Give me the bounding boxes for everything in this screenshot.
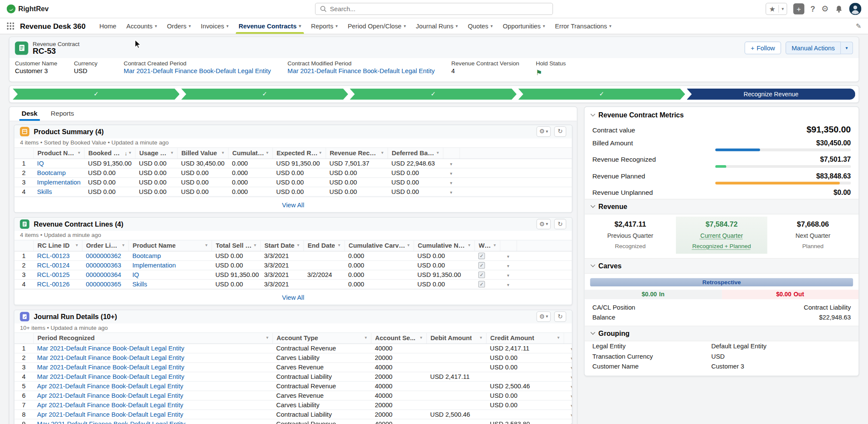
- chevron-down-icon[interactable]: ▾: [455, 24, 458, 29]
- column-header[interactable]: Total Sell Price▾: [211, 240, 260, 251]
- column-header[interactable]: Revenue Recognized▾: [326, 147, 388, 159]
- period-recognized-link[interactable]: Mar 2021-Default Finance Book-Default Le…: [37, 345, 184, 352]
- rc-line-id-link[interactable]: RCL-00123: [37, 252, 70, 259]
- path-step-current[interactable]: Recognize Revenue: [687, 89, 855, 100]
- app-launcher-waffle-icon[interactable]: [6, 22, 14, 30]
- period-recognized-link[interactable]: Mar 2021-Default Finance Book-Default Le…: [37, 354, 184, 361]
- collapse-chevron-icon[interactable]: [590, 203, 595, 208]
- collapse-chevron-icon[interactable]: [590, 263, 595, 267]
- row-actions-button[interactable]: ▾: [571, 413, 572, 418]
- column-header[interactable]: Billed Value▾: [177, 147, 228, 159]
- row-actions-button[interactable]: ▾: [571, 384, 572, 390]
- star-icon[interactable]: ★: [769, 5, 776, 13]
- column-header[interactable]: Start Date▾: [260, 240, 303, 251]
- column-header[interactable]: RC Line ID▾: [33, 240, 82, 251]
- row-actions-button[interactable]: ▾: [571, 366, 572, 371]
- column-header[interactable]: Usage Bo...▾: [135, 147, 177, 159]
- column-header[interactable]: Period Recognized▾: [33, 333, 272, 344]
- path-step-complete[interactable]: ✓: [350, 89, 517, 100]
- metrics-section-header[interactable]: Revenue Contract Metrics: [584, 107, 859, 123]
- column-header[interactable]: Product Name▾: [128, 240, 211, 251]
- rc-line-id-link[interactable]: RCL-00125: [37, 271, 70, 278]
- grouping-section-header[interactable]: Grouping: [584, 326, 859, 341]
- nav-edit-pencil-icon[interactable]: ✎: [856, 22, 862, 30]
- period-recognized-link[interactable]: Mar 2021-Default Finance Book-Default Le…: [37, 364, 184, 370]
- notifications-bell-icon[interactable]: [835, 5, 843, 13]
- path-step-complete[interactable]: ✓: [518, 89, 685, 100]
- quick-add-icon[interactable]: +: [793, 3, 804, 15]
- card-refresh-button[interactable]: ↻: [554, 312, 566, 322]
- rc-line-id-link[interactable]: RCL-00126: [37, 281, 70, 287]
- chevron-down-icon[interactable]: ▾: [403, 24, 406, 29]
- period-recognized-link[interactable]: Mar 2021-Default Finance Book-Default Le…: [37, 373, 184, 380]
- card-refresh-button[interactable]: ↻: [554, 126, 566, 137]
- column-header[interactable]: Order Line ID▾: [82, 240, 128, 251]
- period-recognized-link[interactable]: Apr 2021-Default Finance Book-Default Le…: [37, 411, 183, 418]
- workspace-tab[interactable]: Desk: [16, 107, 43, 121]
- column-header[interactable]: Account Se...▾: [371, 333, 426, 344]
- favorites-control[interactable]: ★ ▾: [766, 3, 787, 15]
- row-actions-button[interactable]: ▾: [507, 264, 509, 269]
- column-header[interactable]: End Date▾: [303, 240, 344, 251]
- chevron-down-icon[interactable]: ▾: [299, 24, 301, 29]
- carves-section-header[interactable]: Carves: [584, 258, 859, 273]
- row-actions-button[interactable]: ▾: [450, 171, 452, 176]
- collapse-chevron-icon[interactable]: [590, 330, 595, 335]
- column-header[interactable]: Booked Value↓▾: [84, 147, 135, 159]
- view-all-link[interactable]: View All: [282, 294, 304, 301]
- chevron-down-icon[interactable]: ▾: [491, 24, 493, 29]
- order-line-id-link[interactable]: 0000000364: [86, 271, 121, 278]
- collapse-chevron-icon[interactable]: [590, 112, 595, 117]
- nav-tab[interactable]: Orders ▾: [162, 18, 196, 34]
- product-name-link[interactable]: IQ: [37, 160, 44, 166]
- nav-tab[interactable]: Reports ▾: [306, 18, 342, 34]
- period-recognized-link[interactable]: Apr 2021-Default Finance Book-Default Le…: [37, 402, 183, 408]
- product-name-link[interactable]: Bootcamp: [37, 169, 66, 176]
- nav-tab[interactable]: Opportunities ▾: [498, 18, 550, 34]
- card-settings-button[interactable]: ⚙▾: [536, 219, 550, 229]
- search-input[interactable]: [330, 6, 548, 12]
- column-header[interactable]: Account Type▾: [272, 333, 371, 344]
- row-actions-button[interactable]: ▾: [571, 403, 572, 409]
- row-actions-button[interactable]: ▾: [450, 181, 452, 186]
- row-actions-button[interactable]: ▾: [571, 422, 572, 424]
- column-header[interactable]: Within SS...▾: [474, 240, 500, 251]
- product-name-link[interactable]: Skills: [132, 281, 147, 287]
- column-header[interactable]: Deferred Balan...▾: [388, 147, 443, 159]
- period-recognized-link[interactable]: Apr 2021-Default Finance Book-Default Le…: [37, 392, 183, 399]
- row-actions-button[interactable]: ▾: [507, 283, 509, 288]
- column-header[interactable]: Credit Amount▾: [486, 333, 563, 344]
- product-name-link[interactable]: Bootcamp: [132, 252, 161, 259]
- chevron-down-icon[interactable]: ▾: [226, 24, 229, 29]
- workspace-tab[interactable]: Reports: [45, 107, 79, 121]
- card-settings-button[interactable]: ⚙▾: [536, 312, 550, 322]
- chevron-down-icon[interactable]: ▾: [155, 24, 157, 29]
- row-actions-button[interactable]: ▾: [571, 356, 572, 361]
- row-actions-button[interactable]: ▾: [571, 347, 572, 352]
- path-step-complete[interactable]: ✓: [181, 89, 348, 100]
- card-settings-button[interactable]: ⚙▾: [536, 126, 550, 137]
- column-header[interactable]: Cumulative Net...▾: [413, 240, 474, 251]
- row-actions-button[interactable]: ▾: [571, 375, 572, 380]
- row-actions-button[interactable]: ▾: [507, 273, 509, 278]
- column-header[interactable]: Expected Reve...▾: [272, 147, 326, 159]
- favorites-caret-icon[interactable]: ▾: [782, 6, 784, 12]
- column-header[interactable]: Debit Amount▾: [426, 333, 486, 344]
- column-header[interactable]: Cumulative ...▾: [228, 147, 272, 159]
- chevron-down-icon[interactable]: ▾: [336, 24, 338, 29]
- row-actions-button[interactable]: ▾: [507, 254, 509, 259]
- nav-tab[interactable]: Quotes ▾: [463, 18, 498, 34]
- nav-tab[interactable]: Invoices ▾: [196, 18, 234, 34]
- row-actions-button[interactable]: ▾: [450, 190, 452, 195]
- manual-actions-button[interactable]: Manual Actions: [785, 42, 841, 55]
- period-recognized-link[interactable]: May 2021-Default Finance Book-Default Le…: [37, 421, 185, 424]
- order-line-id-link[interactable]: 0000000363: [86, 262, 121, 268]
- order-line-id-link[interactable]: 0000000365: [86, 281, 121, 287]
- period-recognized-link[interactable]: Apr 2021-Default Finance Book-Default Le…: [37, 383, 183, 389]
- product-name-link[interactable]: Implementation: [132, 262, 176, 268]
- revenue-section-header[interactable]: Revenue: [584, 199, 859, 214]
- nav-tab[interactable]: Period Open/Close ▾: [343, 18, 411, 34]
- product-name-link[interactable]: Implementation: [37, 179, 80, 185]
- card-refresh-button[interactable]: ↻: [554, 219, 566, 229]
- column-header[interactable]: Product Name▾: [33, 147, 84, 159]
